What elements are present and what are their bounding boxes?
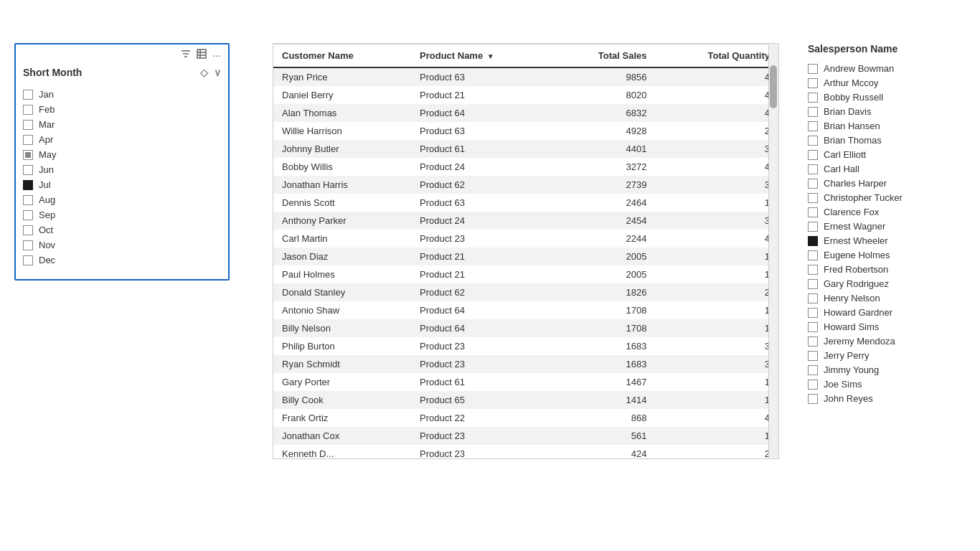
month-checkbox[interactable] [23,105,33,115]
month-item[interactable]: Mar [23,117,221,132]
table-row[interactable]: Frank OrtizProduct 228684 [273,409,778,427]
month-item[interactable]: Jan [23,87,221,102]
salesperson-item[interactable]: Jimmy Young [808,363,966,377]
salesperson-checkbox[interactable] [808,293,818,303]
table-row[interactable]: Dennis ScottProduct 6324641 [273,194,778,212]
salesperson-checkbox[interactable] [808,136,818,146]
table-row[interactable]: Paul HolmesProduct 2120051 [273,265,778,283]
salesperson-item[interactable]: Joe Sims [808,377,966,391]
salesperson-item[interactable]: Eugene Holmes [808,248,966,262]
salesperson-item[interactable]: Carl Hall [808,162,966,176]
table-row[interactable]: Billy NelsonProduct 6417081 [273,319,778,337]
salesperson-checkbox[interactable] [808,207,818,217]
salesperson-checkbox[interactable] [808,150,818,160]
clear-icon[interactable]: ◇ [200,67,208,78]
salesperson-item[interactable]: Clarence Fox [808,205,966,219]
salesperson-checkbox[interactable] [808,394,818,404]
table-row[interactable]: Ryan SchmidtProduct 2316833 [273,355,778,373]
salesperson-item[interactable]: Carl Elliott [808,148,966,161]
month-item[interactable]: Aug [23,192,221,207]
salesperson-checkbox[interactable] [808,336,818,347]
month-checkbox[interactable] [23,195,33,205]
col-total-qty[interactable]: Total Quantity [656,44,778,68]
table-row[interactable]: Jonathan HarrisProduct 6227393 [273,176,778,194]
salesperson-item[interactable]: Brian Davis [808,105,966,118]
salesperson-checkbox[interactable] [808,265,818,275]
collapse-icon[interactable]: ∨ [214,67,221,78]
salesperson-checkbox[interactable] [808,250,818,260]
table-row[interactable]: Donald StanleyProduct 6218262 [273,283,778,301]
salesperson-checkbox[interactable] [808,308,818,318]
table-row[interactable]: Kenneth D...Product 234242 [273,445,778,459]
salesperson-checkbox[interactable] [808,236,818,246]
salesperson-item[interactable]: Henry Nelson [808,291,966,305]
salesperson-item[interactable]: Charles Harper [808,176,966,190]
table-row[interactable]: Billy CookProduct 6514141 [273,391,778,409]
month-checkbox[interactable] [23,240,33,250]
salesperson-checkbox[interactable] [808,164,818,174]
salesperson-item[interactable]: Howard Sims [808,320,966,334]
col-total-sales[interactable]: Total Sales [553,44,655,68]
table-row[interactable]: Philip BurtonProduct 2316833 [273,337,778,355]
filter-icon[interactable] [181,49,191,61]
month-item[interactable]: Jul [23,177,221,192]
salesperson-checkbox[interactable] [808,351,818,361]
scrollbar-thumb[interactable] [770,65,777,108]
salesperson-item[interactable]: Gary Rodriguez [808,277,966,291]
table-row[interactable]: Willie HarrisonProduct 6349282 [273,122,778,140]
month-item[interactable]: Feb [23,102,221,117]
month-item[interactable]: Oct [23,222,221,237]
table-row[interactable]: Johnny ButlerProduct 6144013 [273,140,778,158]
salesperson-checkbox[interactable] [808,179,818,189]
table-row[interactable]: Jason DiazProduct 2120051 [273,248,778,265]
salesperson-item[interactable]: Andrew Bowman [808,62,966,75]
table-row[interactable]: Bobby WillisProduct 2432724 [273,158,778,176]
month-checkbox[interactable] [23,165,33,175]
col-product-name[interactable]: Product Name ▼ [411,44,553,68]
month-checkbox[interactable] [23,90,33,100]
month-checkbox[interactable] [23,150,33,160]
month-checkbox[interactable] [23,120,33,130]
table-row[interactable]: Anthony ParkerProduct 2424543 [273,212,778,230]
salesperson-checkbox[interactable] [808,64,818,74]
salesperson-checkbox[interactable] [808,93,818,103]
table-row[interactable]: Alan ThomasProduct 6468324 [273,104,778,122]
month-checkbox[interactable] [23,135,33,145]
salesperson-item[interactable]: Ernest Wheeler [808,234,966,248]
table-row[interactable]: Ryan PriceProduct 6398564 [273,67,778,86]
salesperson-item[interactable]: Bobby Russell [808,90,966,104]
salesperson-item[interactable]: John Reyes [808,392,966,405]
salesperson-checkbox[interactable] [808,380,818,390]
salesperson-item[interactable]: Arthur Mccoy [808,76,966,90]
salesperson-checkbox[interactable] [808,107,818,117]
month-checkbox[interactable] [23,210,33,220]
table-icon[interactable] [197,49,207,61]
salesperson-checkbox[interactable] [808,222,818,232]
month-checkbox[interactable] [23,225,33,235]
salesperson-checkbox[interactable] [808,279,818,289]
salesperson-item[interactable]: Brian Hansen [808,119,966,133]
salesperson-checkbox[interactable] [808,365,818,375]
month-item[interactable]: Sep [23,207,221,222]
month-checkbox[interactable] [23,180,33,190]
salesperson-checkbox[interactable] [808,193,818,203]
table-row[interactable]: Gary PorterProduct 6114671 [273,373,778,391]
col-customer-name[interactable]: Customer Name [273,44,411,68]
table-row[interactable]: Carl MartinProduct 2322444 [273,230,778,248]
scrollbar[interactable] [768,44,778,458]
month-item[interactable]: Jun [23,162,221,177]
table-row[interactable]: Antonio ShawProduct 6417081 [273,301,778,319]
salesperson-checkbox[interactable] [808,322,818,332]
month-checkbox[interactable] [23,255,33,265]
salesperson-item[interactable]: Jeremy Mendoza [808,334,966,348]
salesperson-item[interactable]: Brian Thomas [808,133,966,147]
salesperson-checkbox[interactable] [808,121,818,131]
table-row[interactable]: Daniel BerryProduct 2180204 [273,86,778,104]
month-item[interactable]: Apr [23,132,221,147]
month-item[interactable]: Dec [23,253,221,268]
table-row[interactable]: Jonathan CoxProduct 235611 [273,427,778,445]
salesperson-item[interactable]: Ernest Wagner [808,220,966,233]
salesperson-item[interactable]: Howard Gardner [808,306,966,319]
month-item[interactable]: Nov [23,237,221,253]
month-item[interactable]: May [23,147,221,162]
